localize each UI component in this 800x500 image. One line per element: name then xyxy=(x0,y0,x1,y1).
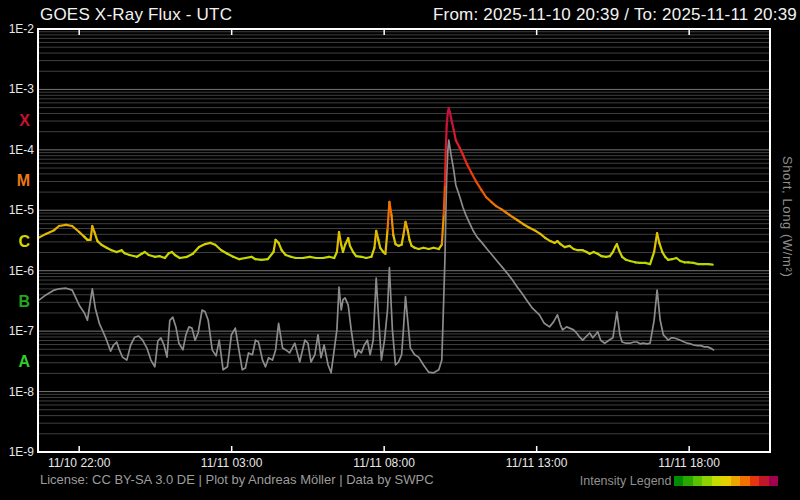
legend-color-block xyxy=(674,476,684,486)
series-long-segment xyxy=(215,245,221,251)
legend-color-block xyxy=(712,476,722,486)
series-long-segment xyxy=(481,190,486,197)
series-long-segment xyxy=(376,231,378,240)
series-long-segment xyxy=(46,230,54,234)
right-axis-label: Short, Long (W/m²) xyxy=(780,156,795,277)
series-long-segment xyxy=(402,235,404,245)
flare-class-label: B xyxy=(18,293,30,310)
intensity-legend: Intensity Legend xyxy=(580,474,778,488)
series-long-segment xyxy=(456,140,460,148)
intensity-legend-label: Intensity Legend xyxy=(580,474,672,488)
xray-flux-chart: 11/10 22:0011/11 03:0011/11 08:0011/11 1… xyxy=(0,0,800,500)
series-long-segment xyxy=(445,150,446,185)
legend-color-block xyxy=(769,476,779,486)
flare-class-label: X xyxy=(19,112,30,129)
license-text: License: CC BY-SA 3.0 DE | Plot by Andre… xyxy=(40,472,434,487)
y-tick-label: 1E-9 xyxy=(9,445,35,459)
legend-color-block xyxy=(731,476,741,486)
legend-color-block xyxy=(721,476,731,486)
y-tick-label: 1E-5 xyxy=(9,203,35,217)
y-tick-label: 1E-7 xyxy=(9,324,35,338)
series-long-segment xyxy=(279,243,282,250)
series-long-segment xyxy=(378,240,380,248)
series-long-segment xyxy=(268,252,274,259)
series-long-segment xyxy=(408,230,410,240)
series-long-segment xyxy=(447,112,448,125)
series-long-segment xyxy=(393,235,395,244)
legend-color-block xyxy=(750,476,760,486)
legend-color-block xyxy=(740,476,750,486)
y-tick-label: 1E-2 xyxy=(9,22,35,36)
legend-color-block xyxy=(683,476,693,486)
legend-color-block xyxy=(693,476,703,486)
series-long-segment xyxy=(444,185,445,215)
series-long-segment xyxy=(130,255,137,257)
x-tick-label: 11/11 03:00 xyxy=(201,456,263,470)
legend-color-block xyxy=(702,476,712,486)
series-long-segment xyxy=(451,118,454,130)
series-long-segment xyxy=(348,238,350,246)
y-tick-label: 1E-8 xyxy=(9,385,35,399)
x-tick-label: 11/11 13:00 xyxy=(506,456,568,470)
y-tick-label: 1E-6 xyxy=(9,264,35,278)
y-tick-label: 1E-4 xyxy=(9,143,35,157)
flare-class-label: M xyxy=(17,172,30,189)
series-long-segment xyxy=(385,230,387,254)
series-long-segment xyxy=(460,148,463,155)
x-tick-label: 11/10 22:00 xyxy=(48,456,111,470)
goes-xray-flux-app: GOES X-Ray Flux - UTC From: 2025-11-10 2… xyxy=(0,0,800,500)
flare-class-label: A xyxy=(18,353,30,370)
series-long-segment xyxy=(94,232,97,241)
y-tick-label: 1E-3 xyxy=(9,82,35,96)
series-long-segment xyxy=(371,248,374,257)
legend-color-block xyxy=(759,476,769,486)
flare-class-label: C xyxy=(18,233,30,250)
intensity-legend-gradient xyxy=(674,476,779,486)
series-long-segment xyxy=(659,243,662,252)
series-long-segment xyxy=(446,125,447,150)
series-long-segment xyxy=(650,252,654,264)
x-tick-label: 11/11 08:00 xyxy=(353,456,415,470)
series-long-segment xyxy=(392,215,394,235)
series-long-segment xyxy=(72,226,79,232)
series-long-segment xyxy=(343,245,345,252)
series-long-segment xyxy=(708,264,712,265)
x-tick-label: 11/11 18:00 xyxy=(658,456,720,470)
series-long-segment xyxy=(180,257,187,258)
series-long-segment xyxy=(476,181,481,189)
